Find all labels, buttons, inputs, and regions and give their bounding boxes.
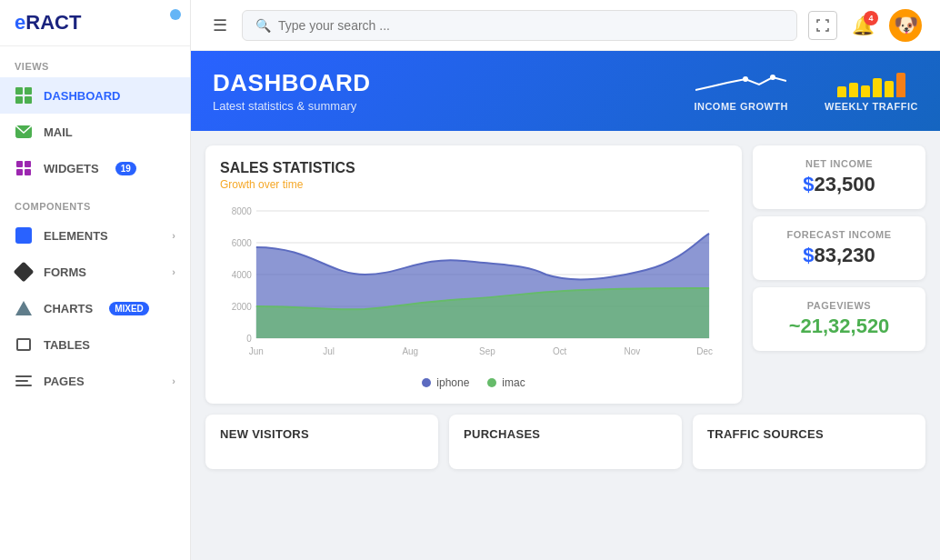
sidebar-label-elements: ELEMENTS	[44, 229, 108, 243]
topbar-actions: 🔔 4 🐶	[808, 9, 922, 42]
svg-text:Nov: Nov	[625, 346, 641, 356]
dashboard-icon	[15, 86, 33, 105]
bar-5	[885, 81, 894, 97]
metrics-column: NET INCOME $23,500 FORECAST INCOME $83,2…	[753, 145, 925, 404]
sales-stats-subtitle: Growth over time	[220, 178, 727, 191]
tables-icon	[15, 335, 33, 354]
net-income-value: $23,500	[767, 173, 911, 196]
svg-text:Jun: Jun	[249, 346, 264, 356]
bar-3	[861, 85, 870, 98]
new-visitors-title: NEW VISITORS	[220, 427, 424, 441]
widgets-badge: 19	[115, 162, 136, 175]
sidebar-label-dashboard: DASHBOARD	[44, 89, 121, 103]
sidebar-item-charts[interactable]: CHARTS MIXED	[0, 290, 190, 326]
svg-text:8000: 8000	[232, 206, 253, 216]
svg-rect-3	[16, 169, 23, 175]
sidebar-item-mail[interactable]: MAIL	[0, 114, 190, 150]
sidebar-label-tables: TABLES	[44, 338, 90, 352]
charts-icon	[15, 299, 33, 317]
sidebar-item-pages[interactable]: PAGES ›	[0, 363, 190, 399]
bottom-row: NEW VISITORS PURCHASES TRAFFIC SOURCES	[191, 404, 940, 484]
forecast-income-amount: 83,230	[814, 244, 875, 266]
fullscreen-button[interactable]	[808, 11, 837, 40]
svg-rect-4	[25, 169, 31, 175]
mail-icon	[15, 123, 33, 141]
weekly-traffic-chart	[837, 70, 905, 97]
notifications-button[interactable]: 🔔 4	[852, 15, 875, 36]
content-area: DASHBOARD Latest statistics & summary IN…	[191, 51, 940, 560]
legend-imac: imac	[487, 376, 525, 389]
dashboard-title-area: DASHBOARD Latest statistics & summary	[213, 69, 371, 113]
sidebar-label-widgets: WIDGETS	[44, 162, 99, 175]
grid-icon	[15, 87, 32, 104]
forecast-income-prefix: $	[803, 244, 814, 266]
sidebar-item-widgets[interactable]: WIDGETS 19	[0, 150, 190, 186]
pageviews-card: PAGEVIEWS ~21,32,520	[753, 287, 925, 351]
forecast-income-value: $83,230	[767, 244, 911, 267]
header-stats: INCOME GROWTH WEEKLY TRAF	[694, 70, 918, 112]
legend-imac-label: imac	[502, 376, 525, 389]
svg-text:Dec: Dec	[696, 346, 713, 356]
avatar-image: 🐶	[894, 14, 918, 37]
logo-dot	[170, 9, 181, 20]
net-income-card: NET INCOME $23,500	[753, 145, 925, 209]
legend-iphone-label: iphone	[436, 376, 469, 389]
topbar: ☰ 🔍 🔔 4 🐶	[191, 0, 940, 51]
traffic-sources-title: TRAFFIC SOURCES	[707, 427, 911, 441]
forecast-income-label: FORECAST INCOME	[767, 229, 911, 240]
user-avatar[interactable]: 🐶	[889, 9, 922, 42]
svg-rect-2	[25, 161, 31, 167]
net-income-label: NET INCOME	[767, 158, 911, 169]
sidebar-item-dashboard[interactable]: DASHBOARD	[0, 77, 190, 114]
sidebar-item-elements[interactable]: ELEMENTS ›	[0, 217, 190, 254]
weekly-traffic-stat[interactable]: WEEKLY TRAFFIC	[825, 70, 918, 112]
legend-iphone: iphone	[422, 376, 469, 389]
chart-legend: iphone imac	[220, 376, 727, 389]
area-chart: 8000 6000 4000 2000 0 Jun Jul	[220, 202, 727, 369]
pages-arrow: ›	[172, 375, 175, 386]
charts-badge: MIXED	[109, 302, 149, 315]
dashboard-title: DASHBOARD	[213, 69, 371, 97]
sidebar-label-charts: CHARTS	[44, 302, 93, 315]
traffic-sources-card: TRAFFIC SOURCES	[693, 415, 925, 469]
views-section-label: VIEWS	[0, 46, 190, 77]
svg-text:Oct: Oct	[553, 346, 567, 356]
sidebar-item-forms[interactable]: FORMS ›	[0, 254, 190, 290]
pages-icon	[15, 372, 33, 390]
svg-rect-1	[16, 161, 23, 167]
sidebar-label-pages: PAGES	[44, 375, 85, 388]
cards-row: SALES STATISTICS Growth over time 8000 6…	[191, 131, 940, 404]
svg-text:Aug: Aug	[402, 346, 418, 356]
svg-text:0: 0	[246, 334, 252, 344]
bar-2	[849, 83, 858, 98]
bar-4	[873, 78, 882, 97]
pageviews-prefix: ~	[789, 315, 801, 337]
sidebar-item-tables[interactable]: TABLES	[0, 326, 190, 363]
net-income-prefix: $	[803, 173, 814, 195]
income-growth-label: INCOME GROWTH	[694, 101, 788, 112]
income-growth-stat[interactable]: INCOME GROWTH	[694, 70, 788, 112]
search-input[interactable]	[278, 18, 784, 33]
bar-1	[837, 86, 846, 97]
net-income-amount: 23,500	[814, 173, 875, 195]
svg-point-5	[743, 76, 748, 82]
logo-e: e	[15, 11, 25, 34]
legend-imac-dot	[487, 378, 496, 387]
logo-area: eRACT	[0, 0, 190, 46]
elements-arrow: ›	[172, 230, 175, 241]
purchases-title: PURCHASES	[464, 427, 667, 441]
pageviews-value: ~21,32,520	[767, 315, 911, 338]
logo-ract: RACT	[25, 11, 81, 34]
bar-6	[896, 73, 905, 97]
sales-statistics-card: SALES STATISTICS Growth over time 8000 6…	[205, 145, 742, 404]
pageviews-amount: 21,32,520	[800, 315, 889, 337]
elements-icon	[15, 226, 33, 245]
purchases-card: PURCHASES	[449, 415, 682, 469]
svg-text:6000: 6000	[232, 238, 253, 248]
svg-text:Sep: Sep	[479, 346, 495, 356]
search-icon: 🔍	[255, 18, 271, 33]
hamburger-button[interactable]: ☰	[209, 12, 231, 39]
new-visitors-card: NEW VISITORS	[205, 415, 438, 469]
sidebar-label-mail: MAIL	[44, 125, 73, 139]
svg-text:4000: 4000	[232, 270, 253, 280]
